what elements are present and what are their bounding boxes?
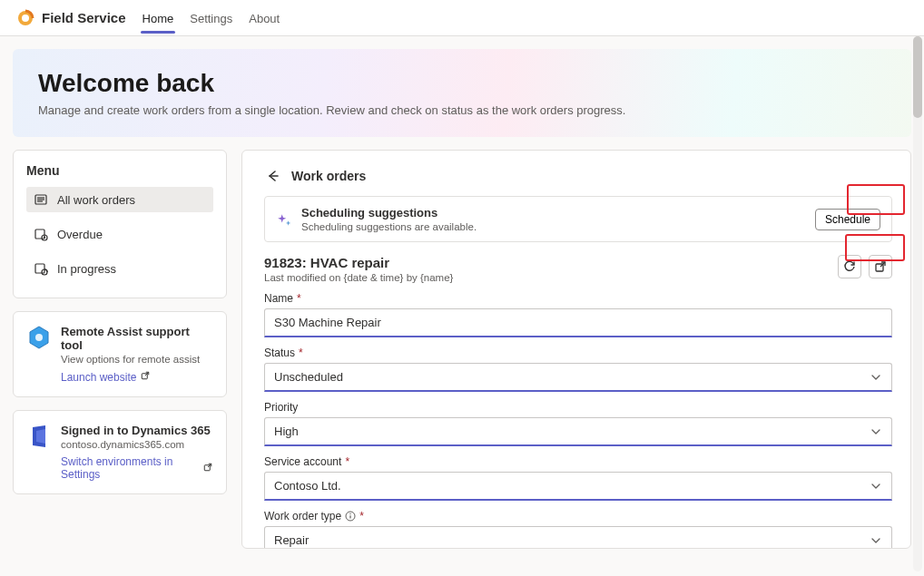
progress-icon (34, 261, 48, 276)
remote-assist-icon (26, 325, 52, 350)
app-logo-icon (16, 9, 34, 27)
chevron-down-icon (870, 480, 882, 493)
tab-about[interactable]: About (249, 3, 280, 33)
field-service-account: Service account* Contoso Ltd. (264, 455, 892, 501)
hero-banner: Welcome back Manage and create work orde… (13, 49, 911, 137)
launch-website-link[interactable]: Launch website (61, 370, 151, 384)
open-external-button[interactable] (869, 255, 892, 278)
remote-assist-card: Remote Assist support tool View options … (13, 311, 227, 397)
field-label: Work order type (264, 510, 341, 522)
scrollbar-thumb[interactable] (913, 36, 922, 118)
chevron-down-icon (870, 425, 882, 438)
required-mark: * (297, 292, 301, 305)
back-button[interactable] (264, 167, 282, 185)
menu-title: Menu (26, 163, 213, 178)
nav-tabs: Home Settings About (143, 3, 280, 33)
link-label: Launch website (61, 371, 136, 384)
info-icon[interactable] (345, 511, 356, 522)
field-label: Priority (264, 401, 298, 414)
required-mark: * (345, 455, 349, 468)
link-label: Switch environments in Settings (61, 455, 199, 481)
remote-assist-title: Remote Assist support tool (61, 325, 213, 352)
refresh-button[interactable] (838, 255, 861, 278)
select-value: Unscheduled (274, 370, 343, 384)
signed-in-card: Signed in to Dynamics 365 contoso.dynami… (13, 410, 227, 494)
signed-in-title: Signed in to Dynamics 365 (61, 424, 213, 437)
input-value: S30 Machine Repair (274, 316, 381, 329)
scheduling-suggestions-box: Scheduling suggestions Scheduling sugges… (264, 196, 892, 242)
switch-env-link[interactable]: Switch environments in Settings (61, 455, 213, 481)
chevron-down-icon (870, 534, 882, 547)
menu-item-label: Overdue (57, 228, 103, 241)
open-external-icon (140, 370, 151, 384)
chevron-down-icon (870, 371, 882, 384)
list-icon (34, 192, 48, 207)
select-value: Repair (274, 533, 309, 547)
menu-item-label: All work orders (57, 193, 135, 207)
remote-assist-sub: View options for remote assist (61, 354, 213, 365)
required-mark: * (359, 510, 364, 522)
priority-select[interactable]: High (264, 417, 892, 446)
field-work-order-type: Work order type * Repair (264, 510, 892, 549)
field-status: Status* Unscheduled (264, 347, 892, 392)
required-mark: * (299, 347, 303, 359)
overdue-icon (34, 227, 48, 241)
menu-item-in-progress[interactable]: In progress (26, 256, 213, 281)
tab-settings[interactable]: Settings (190, 3, 232, 33)
work-order-type-select[interactable]: Repair (264, 526, 892, 549)
work-order-panel: Work orders Scheduling suggestions Sched… (241, 150, 911, 549)
field-label: Status (264, 347, 295, 359)
sparkle-icon (276, 206, 292, 232)
menu-item-overdue[interactable]: Overdue (26, 221, 213, 247)
menu-item-label: In progress (57, 262, 116, 276)
field-name: Name* S30 Machine Repair (264, 292, 892, 337)
tab-home[interactable]: Home (143, 3, 174, 33)
suggest-sub: Scheduling suggestions are available. (301, 221, 477, 232)
open-external-icon (202, 462, 213, 475)
record-sub: Last modified on {date & time} by {name} (264, 272, 453, 283)
schedule-button[interactable]: Schedule (815, 209, 880, 230)
status-select[interactable]: Unscheduled (264, 363, 892, 392)
app-title: Field Service (42, 10, 126, 25)
field-label: Name (264, 292, 293, 305)
field-priority: Priority High (264, 401, 892, 446)
hero-title: Welcome back (38, 69, 886, 98)
hero-subtitle: Manage and create work orders from a sin… (38, 103, 886, 117)
record-title: 91823: HVAC repair (264, 255, 453, 270)
menu-card: Menu All work orders Overdue In progress (13, 150, 227, 298)
dynamics-icon (26, 424, 52, 449)
signed-in-sub: contoso.dynamics365.com (61, 439, 213, 450)
select-value: Contoso Ltd. (274, 479, 341, 493)
name-input[interactable]: S30 Machine Repair (264, 308, 892, 337)
menu-item-all-work-orders[interactable]: All work orders (26, 187, 213, 212)
suggest-title: Scheduling suggestions (301, 206, 477, 220)
field-label: Service account (264, 455, 341, 468)
panel-title: Work orders (291, 169, 366, 183)
service-account-select[interactable]: Contoso Ltd. (264, 472, 892, 501)
select-value: High (274, 425, 299, 438)
